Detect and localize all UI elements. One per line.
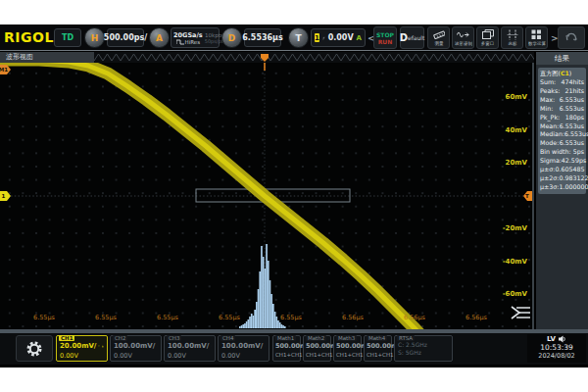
result-row: Pk_Pk:180ps	[540, 114, 584, 122]
delay-knob[interactable]: D	[221, 27, 242, 48]
volt-axis-label: -40mV	[503, 258, 527, 266]
histogram-bar	[261, 246, 263, 328]
timebase-readout[interactable]: 500.00ps/	[107, 28, 144, 47]
histogram-bar	[244, 323, 246, 328]
channel-box-ch3[interactable]: CH3 100.00mV/ 0.00V	[164, 335, 216, 362]
channel-bar: CH1 20.00mV/ 0.00V CH2 100.00mV/ 0.00V C…	[0, 333, 588, 365]
histogram-bar	[242, 324, 244, 328]
view-tab-row: 波形视图	[0, 52, 534, 63]
top-bar: RIGOL TD H 500.00ps/ A 20GSa/s HiRes 10k…	[0, 24, 588, 51]
histogram-bar	[241, 325, 243, 328]
channel-box-ch1[interactable]: CH1 20.00mV/ 0.00V	[56, 335, 108, 362]
sample-rate-box[interactable]: 20GSa/s HiRes 10kpts 50ps/pt	[171, 27, 220, 48]
refresh-button[interactable]	[558, 26, 585, 49]
histogram-bar	[249, 317, 251, 328]
volt-axis-label: 60mV	[506, 93, 527, 101]
delay-readout[interactable]: 6.5536µs	[244, 28, 281, 47]
math-operation-button[interactable]: 数学运算	[525, 26, 548, 49]
histogram-bar	[270, 294, 272, 328]
result-row: Mean:6.553us	[540, 122, 584, 131]
multi-window-button[interactable]: 多窗口	[476, 26, 499, 49]
trigger-sweep-mode: A	[357, 34, 362, 42]
time-axis-label: 6.55µs	[89, 314, 122, 321]
dc-coupling-icon	[98, 343, 100, 349]
menu-chevron-icon[interactable]	[512, 307, 530, 318]
result-row: Bin width:5ps	[540, 148, 584, 157]
speaker-icon	[559, 335, 566, 343]
source-badge: C1	[561, 70, 569, 77]
channel-box-ch4[interactable]: CH4 100.00mV/ 0.00V	[218, 335, 270, 362]
ch1-trace-band	[0, 63, 424, 329]
histogram-bar	[239, 326, 241, 328]
ch1-trace	[0, 63, 424, 329]
acquire-knob[interactable]: A	[149, 27, 170, 48]
histogram-bar	[259, 271, 261, 328]
circular-arrows-icon	[564, 31, 578, 44]
time-axis-label: 6.56µs	[336, 314, 369, 321]
channel-box-ch2[interactable]: CH2 100.00mV/ 0.00V	[110, 335, 162, 362]
volt-axis-label: 40mV	[506, 126, 527, 134]
result-row: Mode:6.553us	[540, 139, 584, 148]
ruler-icon	[433, 29, 445, 40]
trigger-readout[interactable]: 1 0.00V A	[311, 28, 366, 47]
dc-coupling-icon	[157, 343, 158, 349]
horizontal-position-ruler	[94, 52, 534, 63]
waveform-canvas[interactable]: M11T 6.55µs 6.55µs 6.55µs 6.55µs 6.55µs …	[0, 63, 534, 329]
result-row: Median:6.553us	[540, 130, 584, 139]
clock-box[interactable]: LV 10:53:39 2024/08/02	[527, 334, 586, 363]
dc-coupling-icon	[265, 343, 266, 349]
histogram-bar	[254, 310, 256, 328]
trigger-source-badge: 1	[315, 33, 319, 42]
waveform-view-tab[interactable]: 波形视图	[0, 52, 94, 63]
histogram-bar	[284, 326, 286, 328]
histogram-bar	[266, 244, 268, 328]
ch1-offset-marker-label: 1	[2, 193, 6, 199]
time-axis-label: 6.55µs	[274, 314, 308, 321]
histogram-bar	[256, 302, 258, 328]
cursor-button[interactable]: 光标	[501, 26, 523, 49]
system-time: 10:53:39	[527, 343, 586, 352]
sample-rate: 20GSa/s	[173, 31, 203, 39]
histogram-bar	[281, 324, 283, 328]
oscilloscope-screen: RIGOL TD H 500.00ps/ A 20GSa/s HiRes 10k…	[0, 24, 588, 368]
result-row: Max:6.553us	[540, 96, 584, 105]
results-panel-header: 结果	[536, 52, 588, 65]
histogram-bar	[265, 269, 267, 328]
math-box-math4[interactable]: Math4 500.00mV/ CH1+CH1	[364, 335, 392, 362]
histogram-bar	[246, 321, 248, 328]
volt-axis-label: -20mV	[503, 224, 527, 232]
waveform-record-icon	[457, 29, 469, 40]
memory-depth: 10kpts	[205, 32, 223, 38]
histogram-bar	[248, 319, 250, 328]
cursor-icon	[507, 29, 518, 40]
default-button[interactable]: Default	[400, 26, 424, 49]
rising-edge-icon	[322, 33, 325, 43]
histogram-bar	[253, 316, 255, 328]
rtsa-box[interactable]: RTSA C: 2.5GHz S: 5GHz	[394, 335, 453, 362]
histogram-results-block[interactable]: 直方图(C1) Sum:474hits Peaks:21hits Max:6.5…	[538, 68, 586, 194]
settings-button[interactable]	[16, 335, 53, 362]
square-wave-icon	[176, 39, 184, 45]
stop-run-button[interactable]: STOP RUN	[373, 26, 397, 49]
histogram-bar	[270, 280, 271, 328]
acquisition-mode-badge[interactable]: TD	[54, 28, 81, 47]
waveform-record-button[interactable]: 波形录制	[452, 26, 474, 49]
result-row: µ±2σ:0.983122	[540, 174, 584, 183]
histogram-bar	[268, 261, 270, 328]
histogram-bar	[277, 320, 279, 328]
horizontal-knob[interactable]: H	[84, 27, 105, 48]
histogram-bar	[279, 322, 281, 328]
measure-button[interactable]: 测量	[427, 26, 450, 49]
result-row: Sum:474hits	[540, 78, 584, 87]
math-box-math2[interactable]: Math2 500.00mV/ CH1+CH1	[303, 335, 331, 362]
dc-coupling-icon	[211, 343, 212, 349]
time-axis-label: 6.56µs	[460, 314, 493, 321]
rigol-logo: RIGOL	[4, 29, 54, 45]
system-date: 2024/08/02	[527, 352, 586, 360]
histogram-results-title: 直方图(C1)	[540, 70, 582, 78]
trigger-knob[interactable]: T	[288, 27, 309, 48]
math-box-math3[interactable]: Math3 500.00mV/ CH1+CH1	[333, 335, 362, 362]
lock-icon	[102, 343, 104, 350]
multi-window-icon	[482, 29, 494, 40]
math-box-math1[interactable]: Math1 500.00mV/ CH1+CH1	[272, 335, 301, 362]
